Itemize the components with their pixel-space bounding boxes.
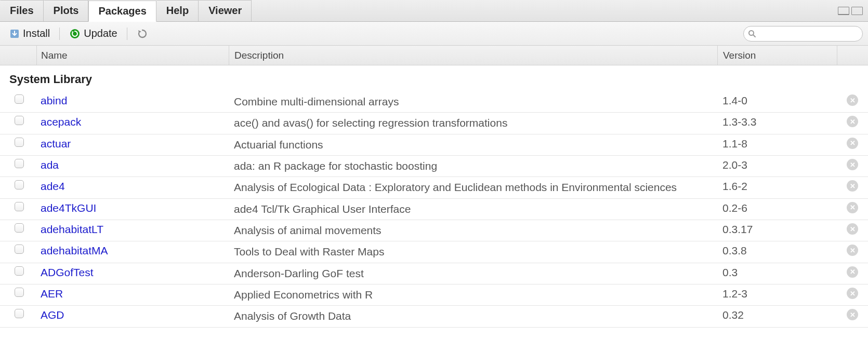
package-description: ade4 Tcl/Tk Graphical User Interface [229,202,717,216]
remove-package-icon[interactable] [847,288,858,299]
remove-package-icon[interactable] [847,202,858,213]
update-label: Update [84,28,117,39]
remove-package-icon[interactable] [847,116,858,127]
package-load-checkbox[interactable] [15,223,24,233]
column-header-name[interactable]: Name [36,46,229,65]
table-row: ade4TkGUIade4 Tcl/Tk Graphical User Inte… [0,199,868,220]
toolbar-separator [59,28,60,40]
remove-package-icon[interactable] [847,245,858,256]
refresh-button[interactable] [133,26,152,41]
refresh-icon [137,28,148,39]
package-load-checkbox[interactable] [15,116,24,125]
table-row: AGDAnalysis of Growth Data0.32 [0,306,868,327]
package-version: 0.3.8 [717,245,837,257]
remove-package-icon[interactable] [847,180,858,192]
package-version: 1.2-3 [717,288,837,300]
packages-table-header: Name Description Version [0,46,868,65]
tab-help[interactable]: Help [156,0,199,21]
package-search [743,26,863,42]
column-header-version[interactable]: Version [717,46,837,65]
install-label: Install [23,28,50,39]
package-search-input[interactable] [743,26,863,42]
update-icon [69,28,81,39]
toolbar-separator [127,28,127,40]
table-row: actuarActuarial functions1.1-8 [0,134,868,156]
remove-package-icon[interactable] [847,159,858,170]
package-version: 0.3 [717,266,837,279]
pane-tabbar: Files Plots Packages Help Viewer [0,0,868,22]
remove-package-icon[interactable] [847,223,858,235]
package-name-link[interactable]: acepack [41,116,81,128]
package-name-link[interactable]: AGD [41,309,64,321]
package-name-link[interactable]: AER [41,288,63,300]
install-button[interactable]: Install [5,26,54,41]
package-version: 0.32 [717,309,837,321]
package-load-checkbox[interactable] [15,138,24,147]
package-load-checkbox[interactable] [15,245,24,254]
tab-plots[interactable]: Plots [44,0,89,21]
package-description: Anderson-Darling GoF test [229,266,717,281]
package-version: 1.4-0 [717,94,837,107]
tab-packages[interactable]: Packages [88,1,156,22]
package-version: 0.2-6 [717,202,837,214]
package-description: Analysis of Ecological Data : Explorator… [229,180,717,195]
package-description: Analysis of Growth Data [229,309,717,323]
package-name-link[interactable]: adehabitatMA [41,245,108,257]
tab-files[interactable]: Files [0,0,44,21]
package-name-link[interactable]: ade4 [41,180,65,193]
package-name-link[interactable]: ade4TkGUI [41,202,96,214]
package-version: 2.0-3 [717,159,837,171]
column-header-description[interactable]: Description [229,46,717,65]
table-row: acepackace() and avas() for selecting re… [0,113,868,134]
package-load-checkbox[interactable] [15,309,24,318]
column-header-remove [837,46,868,65]
packages-table-body: abindCombine multi-dimensional arrays1.4… [0,91,868,328]
pane-window-controls [838,0,868,21]
update-button[interactable]: Update [65,26,122,41]
table-row: abindCombine multi-dimensional arrays1.4… [0,91,868,113]
remove-package-icon[interactable] [847,94,858,106]
package-version: 1.1-8 [717,138,837,150]
package-description: Tools to Deal with Raster Maps [229,245,717,259]
remove-package-icon[interactable] [847,309,858,320]
package-load-checkbox[interactable] [15,266,24,276]
package-description: Combine multi-dimensional arrays [229,94,717,109]
remove-package-icon[interactable] [847,138,858,149]
remove-package-icon[interactable] [847,266,858,278]
package-version: 1.3-3.3 [717,116,837,128]
package-name-link[interactable]: adehabitatLT [41,223,103,236]
package-name-link[interactable]: ADGofTest [41,266,94,279]
install-icon [9,29,20,39]
package-load-checkbox[interactable] [15,288,24,297]
table-row: adehabitatLTAnalysis of animal movements… [0,220,868,241]
table-row: adaada: an R package for stochastic boos… [0,156,868,177]
package-name-link[interactable]: actuar [41,138,71,150]
tab-viewer[interactable]: Viewer [199,0,252,21]
table-row: ADGofTestAnderson-Darling GoF test0.3 [0,263,868,284]
package-load-checkbox[interactable] [15,159,24,168]
table-row: AERApplied Econometrics with R1.2-3 [0,284,868,306]
package-description: ada: an R package for stochastic boostin… [229,159,717,173]
packages-toolbar: Install Update [0,22,868,46]
table-row: ade4Analysis of Ecological Data : Explor… [0,177,868,198]
package-name-link[interactable]: ada [41,159,59,171]
package-description: Analysis of animal movements [229,223,717,238]
package-description: Actuarial functions [229,138,717,152]
package-version: 0.3.17 [717,223,837,236]
package-load-checkbox[interactable] [15,180,24,189]
package-description: ace() and avas() for selecting regressio… [229,116,717,130]
maximize-pane-icon[interactable] [851,7,863,15]
table-row: adehabitatMATools to Deal with Raster Ma… [0,241,868,263]
package-load-checkbox[interactable] [15,94,24,104]
svg-point-1 [70,29,80,38]
package-description: Applied Econometrics with R [229,288,717,302]
library-section-heading: System Library [0,65,868,91]
package-load-checkbox[interactable] [15,202,24,211]
minimize-pane-icon[interactable] [838,7,849,15]
package-name-link[interactable]: abind [41,94,67,107]
package-version: 1.6-2 [717,180,837,193]
